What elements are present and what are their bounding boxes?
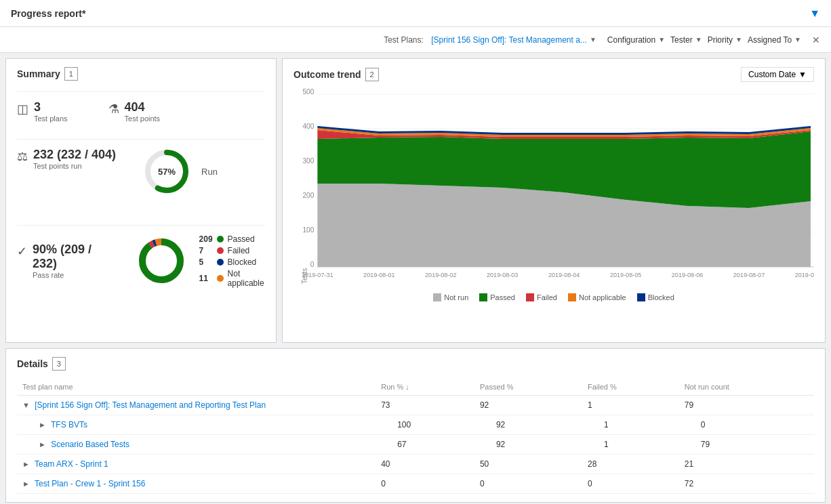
trend-card: Outcome trend 2 Custom Date ▼ 500 400 30…	[282, 58, 826, 343]
top-row: Summary 1 ◫ 3 Test plans ⚗ 404 Tes	[5, 58, 826, 343]
filter-icon[interactable]: ▼	[809, 7, 820, 20]
svg-text:2019-08-02: 2019-08-02	[425, 272, 456, 278]
svg-text:2019-07-31: 2019-07-31	[302, 272, 333, 278]
row-run: 40	[376, 455, 474, 474]
test-points-run-stat: ⚖ 232 (232 / 404) Test points run	[17, 148, 116, 170]
configuration-filter[interactable]: Configuration ▼	[607, 35, 665, 45]
custom-date-button[interactable]: Custom Date ▼	[741, 67, 814, 82]
config-chevron: ▼	[658, 36, 665, 43]
svg-point-3	[142, 242, 180, 280]
table-row: ► TFS BVTs 100 92 1 0	[17, 415, 814, 435]
svg-text:2019-08-04: 2019-08-04	[548, 272, 580, 278]
legend-passed-trend: Passed	[479, 293, 515, 301]
row-name: ► Test Plan - Crew 1 - Sprint 156	[17, 474, 376, 494]
run-label: Run	[201, 167, 218, 177]
main-content: Summary 1 ◫ 3 Test plans ⚗ 404 Tes	[0, 53, 831, 504]
row-link[interactable]: Test Plan - Crew 1 - Sprint 156	[35, 479, 145, 488]
tester-filter[interactable]: Tester ▼	[670, 35, 702, 45]
trend-number: 2	[365, 68, 379, 81]
pass-rate-label: Pass rate	[33, 271, 110, 279]
row-run: 73	[376, 396, 474, 415]
legend-not-run: Not run	[433, 293, 468, 301]
row-passed: 92	[474, 415, 582, 435]
test-plans-label: Test plans	[34, 114, 68, 123]
test-plans-chevron: ▼	[590, 36, 596, 43]
svg-text:100: 100	[302, 226, 314, 234]
row-expander-icon[interactable]: ►	[22, 480, 30, 488]
svg-rect-36	[479, 293, 487, 301]
table-row: ► Test Plan - Crew 1 - Sprint 156 0 0 0 …	[17, 474, 814, 494]
row-name: ► Team ARX - Sprint 1	[17, 455, 376, 474]
table-row: ► Scenario Based Tests 67 92 1 79	[17, 435, 814, 455]
row-expander-icon[interactable]: ▼	[22, 401, 30, 409]
test-points-run-label: Test points run	[33, 162, 116, 170]
col-run-pct[interactable]: Run %	[376, 379, 474, 396]
row-link[interactable]: Team ARX - Sprint 1	[35, 459, 108, 469]
row-name: ▼ [Sprint 156 Sign Off]: Test Management…	[17, 396, 376, 415]
svg-text:300: 300	[302, 157, 314, 165]
row-run: 67	[376, 435, 474, 455]
pass-icon: ✓	[17, 244, 27, 259]
run-pct-text: 57%	[158, 167, 176, 177]
row-not-run: 21	[679, 455, 814, 474]
svg-text:400: 400	[302, 123, 314, 130]
table-row: ► Team ARX - Sprint 1 40 50 28 21	[17, 455, 814, 474]
run-donut-chart: 57%	[143, 148, 190, 195]
svg-text:2019-08-03: 2019-08-03	[487, 272, 518, 278]
pass-donut-chart	[134, 234, 188, 288]
close-filter-icon[interactable]: ✕	[812, 35, 820, 45]
row-not-run: 72	[679, 474, 814, 494]
blocked-dot	[217, 259, 224, 266]
row-failed: 1	[582, 396, 679, 415]
summary-top-stats: ◫ 3 Test plans ⚗ 404 Test points	[17, 100, 265, 125]
row-expander-icon[interactable]: ►	[39, 440, 46, 448]
top-bar: Progress report* ▼	[0, 0, 831, 27]
legend-blocked-trend: Blocked	[637, 293, 674, 301]
table-row: ▼ [Sprint 156 Sign Off]: Test Management…	[17, 396, 814, 415]
row-run: 100	[376, 415, 474, 435]
pass-rate-value: 90% (209 / 232)	[33, 243, 110, 271]
svg-text:2019-08-06: 2019-08-06	[672, 272, 703, 278]
row-link[interactable]: [Sprint 156 Sign Off]: Test Management a…	[35, 400, 266, 410]
row-not-run: 0	[679, 415, 814, 435]
pass-legend: 209 Passed 7 Failed 5 Blocked	[199, 234, 265, 288]
row-not-run: 79	[679, 396, 814, 415]
details-table: Test plan name Run % Passed % Failed % N…	[17, 379, 814, 494]
test-points-stat: ⚗ 404 Test points	[108, 100, 161, 123]
col-not-run-count: Not run count	[679, 379, 814, 396]
test-points-value: 404	[125, 100, 161, 114]
test-points-run-value: 232 (232 / 404)	[33, 148, 116, 162]
test-points-icon: ⚗	[108, 102, 119, 117]
test-plans-value: 3	[34, 100, 68, 114]
row-link[interactable]: TFS BVTs	[51, 420, 87, 429]
trend-header: Outcome trend 2 Custom Date ▼	[293, 67, 814, 82]
passed-dot	[217, 236, 224, 243]
test-plans-stat: ◫ 3 Test plans	[17, 100, 68, 123]
row-failed: 1	[582, 435, 679, 455]
details-title: Details	[17, 358, 48, 369]
col-passed-pct: Passed %	[474, 379, 582, 396]
row-failed: 0	[582, 474, 679, 494]
row-link[interactable]: Scenario Based Tests	[51, 440, 129, 449]
custom-date-chevron: ▼	[798, 70, 807, 79]
failed-dot	[217, 247, 224, 254]
row-expander-icon[interactable]: ►	[39, 421, 46, 429]
svg-text:2019-08-01: 2019-08-01	[363, 272, 394, 278]
test-plans-icon: ◫	[17, 102, 28, 117]
details-number: 3	[52, 357, 66, 371]
row-expander-icon[interactable]: ►	[22, 460, 30, 468]
trend-title-section: Outcome trend 2	[293, 68, 379, 81]
legend-blocked: 5 Blocked	[199, 257, 265, 267]
legend-failed-trend: Failed	[526, 293, 557, 301]
svg-text:2019-08-07: 2019-08-07	[733, 272, 765, 278]
filter-bar: Test Plans: [Sprint 156 Sign Off]: Test …	[0, 27, 831, 53]
test-plans-filter[interactable]: Test Plans: [Sprint 156 Sign Off]: Test …	[384, 35, 596, 45]
details-card: Details 3 Test plan name Run % Passed % …	[5, 348, 826, 503]
assigned-chevron: ▼	[794, 36, 801, 43]
assigned-to-filter[interactable]: Assigned To ▼	[748, 35, 801, 45]
pass-donut-section: 209 Passed 7 Failed 5 Blocked	[134, 234, 265, 288]
priority-filter[interactable]: Priority ▼	[708, 35, 742, 45]
row-passed: 50	[474, 455, 582, 474]
row-failed: 28	[582, 455, 679, 474]
legend-failed: 7 Failed	[199, 246, 265, 255]
